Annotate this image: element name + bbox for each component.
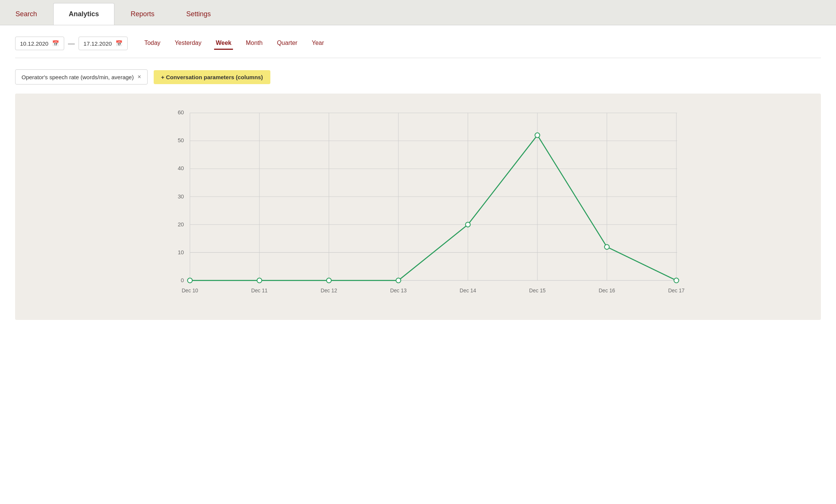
chart-line (190, 135, 676, 280)
start-date-value: 10.12.2020 (20, 40, 48, 47)
data-point-3 (396, 278, 401, 283)
svg-text:Dec 14: Dec 14 (460, 288, 476, 293)
period-yesterday[interactable]: Yesterday (173, 37, 203, 50)
chart-container: 0 10 20 30 40 50 60 Dec 10 Dec 11 Dec 12… (15, 94, 821, 320)
filter-tag-label: Operator's speech rate (words/min, avera… (22, 74, 134, 80)
data-point-4 (466, 222, 470, 227)
data-point-6 (605, 244, 609, 249)
svg-text:20: 20 (178, 221, 184, 227)
filter-tags-row: Operator's speech rate (words/min, avera… (15, 69, 821, 85)
tab-search[interactable]: Search (0, 3, 52, 25)
date-separator: — (68, 40, 75, 48)
svg-text:40: 40 (178, 165, 184, 171)
svg-text:Dec 16: Dec 16 (598, 288, 615, 293)
svg-text:50: 50 (178, 137, 184, 143)
start-date-input[interactable]: 10.12.2020 📅 (15, 37, 64, 50)
svg-text:Dec 13: Dec 13 (390, 288, 407, 293)
period-month[interactable]: Month (244, 37, 264, 50)
tab-bar: Search Analytics Reports Settings (0, 0, 836, 25)
tab-analytics[interactable]: Analytics (53, 3, 114, 25)
period-today[interactable]: Today (143, 37, 162, 50)
svg-text:Dec 11: Dec 11 (251, 288, 268, 293)
svg-text:30: 30 (178, 194, 184, 200)
period-quarter[interactable]: Quarter (275, 37, 299, 50)
date-inputs: 10.12.2020 📅 — 17.12.2020 📅 (15, 37, 128, 50)
date-filter-row: 10.12.2020 📅 — 17.12.2020 📅 Today Yester… (15, 37, 821, 58)
period-year[interactable]: Year (310, 37, 325, 50)
tab-settings[interactable]: Settings (171, 3, 226, 25)
data-point-5 (535, 133, 540, 138)
svg-text:Dec 12: Dec 12 (321, 288, 337, 293)
start-calendar-icon[interactable]: 📅 (52, 40, 59, 47)
add-conversation-params-button[interactable]: + Conversation parameters (columns) (154, 70, 271, 84)
data-point-0 (188, 278, 193, 283)
svg-text:Dec 17: Dec 17 (668, 288, 685, 293)
tab-reports[interactable]: Reports (115, 3, 170, 25)
line-chart: 0 10 20 30 40 50 60 Dec 10 Dec 11 Dec 12… (38, 105, 813, 312)
data-point-1 (257, 278, 262, 283)
end-date-input[interactable]: 17.12.2020 📅 (79, 37, 128, 50)
svg-text:0: 0 (181, 277, 184, 283)
svg-text:10: 10 (178, 249, 184, 255)
period-week[interactable]: Week (214, 37, 233, 50)
data-point-2 (327, 278, 332, 283)
svg-text:60: 60 (178, 109, 184, 115)
main-content: 10.12.2020 📅 — 17.12.2020 📅 Today Yester… (0, 25, 836, 504)
data-point-7 (674, 278, 679, 283)
svg-text:Dec 15: Dec 15 (529, 288, 546, 293)
filter-tag-close-button[interactable]: × (137, 74, 141, 80)
end-calendar-icon[interactable]: 📅 (116, 40, 123, 47)
end-date-value: 17.12.2020 (83, 40, 112, 47)
period-buttons: Today Yesterday Week Month Quarter Year (143, 37, 325, 50)
svg-text:Dec 10: Dec 10 (182, 288, 198, 293)
filter-tag: Operator's speech rate (words/min, avera… (15, 69, 148, 85)
